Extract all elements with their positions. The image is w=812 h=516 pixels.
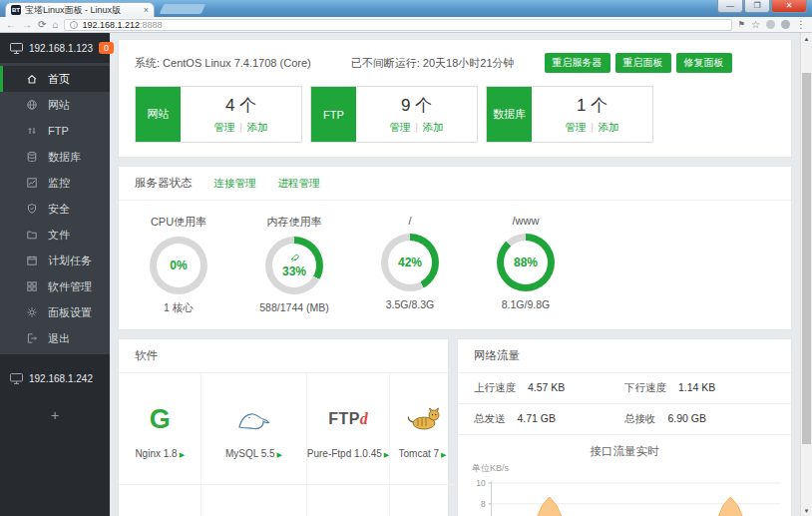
maximize-button[interactable]: ❐ [744,0,770,13]
traffic-chart: 1086420 [462,477,787,516]
memory-ring[interactable]: 33% [265,237,323,294]
running-play-icon: ▶ [277,451,282,458]
software-item-ftp-storage[interactable]: FTP FTP存储空间 1.6▶ [307,485,391,516]
software-title: 软件 [135,348,158,363]
total-sent-label: 总发送 [474,412,506,424]
reload-icon[interactable]: ⟳ [38,20,46,30]
rocket-icon [289,254,300,264]
software-item-mysql[interactable]: MySQL 5.5▶ [202,373,306,485]
home-icon[interactable]: ⌂ [52,20,58,30]
software-item-nginx[interactable]: G Nginx 1.8▶ [119,373,202,485]
extension-icon[interactable] [766,20,775,29]
close-button[interactable]: ✕ [771,0,807,13]
database-card: 数据库 1 个 管理|添加 [486,86,653,143]
sidebar-item-website[interactable]: 网站 [0,92,110,118]
server-status-title: 服务器状态 [135,176,193,191]
sidebar-item-label: 数据库 [48,150,81,165]
tomcat-icon [405,406,441,432]
restart-panel-button[interactable]: 重启面板 [615,53,671,73]
software-item-deploy-code[interactable]: </> 宝塔一键部署源码 1.0▶ [202,485,306,516]
software-item-pureftpd[interactable]: FTPd Pure-Ftpd 1.0.45▶ [307,373,391,485]
sidebar-item-ftp[interactable]: FTP [0,118,110,144]
browser-titlebar: BT 宝塔Linux面板 - Linux版 × — ❐ ✕ [0,0,812,17]
running-play-icon: ▶ [180,451,185,458]
root-disk-ring: 42% [381,234,439,291]
sidebar-item-label: 网站 [48,98,70,113]
sidebar-item-security[interactable]: 安全 [0,196,110,222]
other-server-ip: 192.168.1.242 [29,373,93,384]
download-speed-value: 1.14 KB [678,381,715,393]
site-card: 网站 4 个 管理|添加 [135,86,302,143]
running-play-icon: ▶ [384,451,389,458]
other-server-row[interactable]: 192.168.1.242 [0,363,110,393]
sidebar-item-files[interactable]: 文件 [0,222,110,248]
plugin-icon[interactable]: ⚑ [738,21,745,29]
bookmark-star-icon[interactable]: ☆ [751,20,760,30]
database-card-tag: 数据库 [487,87,532,142]
sidebar-item-cron[interactable]: 计划任务 [0,248,110,273]
ftp-manage-link[interactable]: 管理 [389,121,410,133]
connection-manage-link[interactable]: 连接管理 [214,177,256,191]
nginx-icon: G [150,404,171,435]
scroll-down-icon[interactable]: ▼ [801,505,812,516]
database-add-link[interactable]: 添加 [599,121,619,133]
process-manage-link[interactable]: 进程管理 [278,177,320,191]
overview-panel: 系统: CentOS Linux 7.4.1708 (Core) 已不间断运行:… [118,39,792,158]
ftp-card: FTP 9 个 管理|添加 [310,86,478,143]
memory-gauge: 内存使用率 33% 588/1744 (MB) [236,211,352,315]
sidebar-item-logout[interactable]: 退出 [0,325,110,351]
browser-toolbar: ← → ⟳ ⌂ i 192.168.1.212:8888 ⚑ ☆ ⋮ [0,17,812,33]
sidebar-item-panel-settings[interactable]: 面板设置 [0,299,110,325]
page-info-icon[interactable]: i [70,21,78,29]
sidebar-item-database[interactable]: 数据库 [0,144,110,170]
add-server-button[interactable]: + [0,407,110,423]
scrollbar[interactable]: ▲ ▼ [800,33,812,516]
globe-icon [26,99,38,111]
network-title: 网络流量 [474,348,520,363]
forward-icon[interactable]: → [22,20,32,30]
new-tab-button[interactable] [160,4,206,14]
software-item-tomcat[interactable]: Tomcat 7▶ [390,373,454,485]
site-add-link[interactable]: 添加 [247,121,268,133]
uptime-info: 已不间断运行: 20天18小时21分钟 [351,56,515,71]
chart-title: 接口流量实时 [458,435,791,462]
browser-menu-icon[interactable]: ⋮ [796,20,806,30]
extension-icon-2[interactable] [781,20,790,29]
sidebar-item-monitor[interactable]: 监控 [0,170,110,196]
software-item-beta[interactable]: 申请内测 1.2▶ [390,485,454,516]
ftp-add-link[interactable]: 添加 [423,121,444,133]
chart-unit-label: 单位KB/s [458,462,791,475]
sidebar-item-home[interactable]: 首页 [0,66,110,92]
software-panel: 软件 G Nginx 1.8▶ MySQL 5.5▶ FTPd Pure-Ft [118,338,449,516]
back-icon[interactable]: ← [6,20,16,30]
current-server-row[interactable]: 192.168.1.123 0 [0,33,110,63]
display-icon [10,43,23,54]
main-content: 系统: CentOS Linux 7.4.1708 (Core) 已不间断运行:… [110,33,800,516]
restart-server-button[interactable]: 重启服务器 [545,53,610,73]
repair-panel-button[interactable]: 修复面板 [676,53,732,73]
gear-icon [26,306,38,318]
minimize-button[interactable]: — [717,0,743,13]
sidebar-item-label: 监控 [48,176,70,191]
mysql-icon [236,406,270,432]
logout-icon [26,332,38,344]
network-panel: 网络流量 上行速度4.57 KB 下行速度1.14 KB 总发送4.71 GB … [457,338,792,516]
scroll-up-icon[interactable]: ▲ [801,33,812,45]
browser-tab[interactable]: BT 宝塔Linux面板 - Linux版 × [5,2,155,17]
home-icon [26,73,38,85]
url-bar[interactable]: i 192.168.1.212:8888 [64,19,731,31]
software-item-phpmyadmin[interactable]: phpMyAdmin 4.7▶ [119,485,202,516]
tab-title: 宝塔Linux面板 - Linux版 [25,4,140,17]
upload-speed-value: 4.57 KB [528,381,565,393]
database-manage-link[interactable]: 管理 [565,121,586,133]
total-sent-value: 4.71 GB [518,412,557,424]
calendar-icon [26,255,38,266]
database-icon [26,151,38,163]
sidebar-item-app-manager[interactable]: 软件管理 [0,273,110,299]
tab-close-icon[interactable]: × [144,6,149,15]
scrollbar-thumb[interactable] [802,73,811,444]
download-speed-label: 下行速度 [624,381,666,393]
sidebar-item-label: 退出 [48,331,70,346]
system-info: 系统: CentOS Linux 7.4.1708 (Core) [135,56,311,71]
site-manage-link[interactable]: 管理 [213,121,234,133]
